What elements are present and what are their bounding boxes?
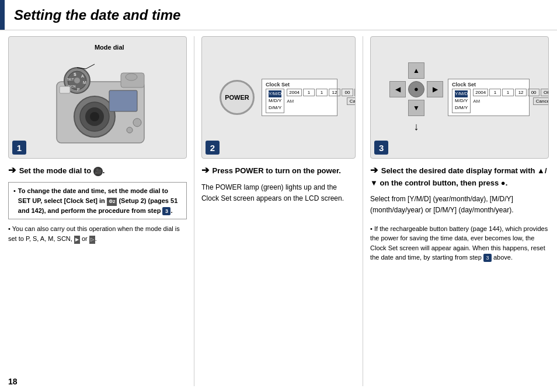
play-icon-small: ▷ [89,236,95,244]
clock-set-options-3: Y/M/D M/D/Y D/M/Y [452,89,471,113]
ok-btn-3[interactable]: OK [541,89,549,96]
camera-svg: S A M P SCN SET [45,47,150,149]
clock-set-options-2: Y/M/D M/D/Y D/M/Y [266,89,284,113]
step-1-sub-note: You can also carry out this operation wh… [8,224,187,244]
clock-set-ui-2: Clock Set Y/M/D M/D/Y D/M/Y 2004 1 [262,79,337,116]
mode-dial-label: Mode dial [95,44,124,51]
field-day-2: 1 [316,89,328,96]
camera-illustration: Mode dial S A M P SCN SET [9,37,186,158]
page-title: Setting the date and time [5,0,190,30]
step-2-image: POWER Clock Set Y/M/D M/D/Y D/M/Y [201,36,356,159]
clock-fields-row-2: 2004 1 1 12 00 OK [287,89,356,96]
clock-set-fields-3: 2004 1 1 12 00 OK AM Cancel [473,89,549,113]
field-day-3: 1 [502,89,514,96]
step-2-instruction: ➔ Press POWER to turn on the power. [201,163,356,177]
svg-point-10 [74,78,80,83]
svg-point-19 [127,127,133,133]
step-3-sub-note: • If the rechargeable button battery (pa… [370,224,549,262]
svg-text:A: A [81,74,84,78]
step-2-text: Press POWER to turn on the power. [213,166,341,175]
clock-set-title-2: Clock Set [266,82,333,88]
step-1-badge: 1 [12,141,26,155]
main-content: Mode dial S A M P SCN SET [0,30,557,392]
step3-ref-badge-2: 3 [483,254,492,262]
option-mdy-2: M/D/Y [269,97,281,104]
movie-icon-small: ▶ [74,236,80,244]
step-2-column: POWER Clock Set Y/M/D M/D/Y D/M/Y [201,36,356,386]
step3-content: ▲ ◀ ● ▶ ▼ ↓ Clock Set Y/M/D [371,37,548,158]
nav-right[interactable]: ▶ [427,81,443,97]
step2-content: POWER Clock Set Y/M/D M/D/Y D/M/Y [202,37,355,158]
step-1-text: Set the mode dial to 🎥. [19,166,105,175]
camera-mode-icon: 🎥 [93,167,103,176]
field-year-2: 2004 [287,89,302,96]
ok-btn-2[interactable]: OK [354,89,356,96]
step-1-instruction: ➔ Set the mode dial to 🎥. [8,163,187,177]
svg-text:S: S [74,72,76,76]
nav-center[interactable]: ● [408,81,424,97]
nav-pad-area: ▲ ◀ ● ▶ ▼ ↓ [389,62,443,133]
option-dmy-3: D/M/Y [455,104,468,111]
svg-point-18 [133,118,141,127]
power-label: POWER [225,94,249,101]
svg-text:P: P [77,88,80,92]
step-1-image: Mode dial S A M P SCN SET [8,36,187,159]
svg-point-14 [90,112,99,121]
cancel-btn-2[interactable]: Cancel [347,97,356,105]
nav-left[interactable]: ◀ [389,81,406,97]
clock-set-body-2: Y/M/D M/D/Y D/M/Y 2004 1 1 12 0 [266,89,333,113]
field-hour-2: 12 [329,89,340,96]
svg-line-20 [86,64,95,69]
am-label-2: AM [287,99,294,104]
option-dmy-2: D/M/Y [269,104,281,111]
option-ymd-3: Y/M/D [455,90,468,97]
arrow-icon-3: ➔ [370,163,378,177]
option-ymd-2: Y/M/D [269,90,281,97]
nav-middle-row: ◀ ● ▶ [389,81,443,97]
page-number: 18 [8,377,18,386]
option-mdy-3: M/D/Y [455,97,468,104]
svg-text:SET: SET [67,78,74,81]
field-month-2: 1 [303,89,315,96]
step-3-body1: Select from [Y/M/D] (year/month/day), [M… [370,194,549,216]
svg-rect-17 [109,90,137,111]
power-area: POWER Clock Set Y/M/D M/D/Y D/M/Y [220,79,337,116]
step-2-badge: 2 [206,141,220,155]
arrow-icon-1: ➔ [8,163,16,177]
setup2-icon: ⚙2 [107,198,117,206]
field-min-2: 00 [342,89,353,96]
step-3-column: ▲ ◀ ● ▶ ▼ ↓ Clock Set Y/M/D [370,36,549,386]
step-2-body: The POWER lamp (green) lights up and the… [201,182,356,204]
arrow-icon-2: ➔ [201,163,209,177]
divider-1-2 [194,36,194,386]
step-3-instruction: ➔ Select the desired date display format… [370,163,549,189]
am-label-3: AM [473,99,480,104]
field-hour-3: 12 [515,89,527,96]
power-button: POWER [220,80,255,115]
step-1-note-text: To change the date and time, set the mod… [13,186,182,215]
svg-rect-15 [60,86,70,93]
svg-text:M: M [83,80,86,85]
header-accent-bar [0,0,5,30]
down-arrow-indicator: ↓ [414,121,419,133]
nav-up[interactable]: ▲ [408,62,424,79]
field-month-3: 1 [489,89,501,96]
clock-set-fields-2: 2004 1 1 12 00 OK AM Cancel [287,89,356,113]
step-3-badge: 3 [374,141,388,155]
step-3-text: Select the desired date display format w… [370,166,546,187]
step-1-column: Mode dial S A M P SCN SET [8,36,187,386]
step-3-image: ▲ ◀ ● ▶ ▼ ↓ Clock Set Y/M/D [370,36,549,159]
field-min-3: 00 [528,89,539,96]
clock-fields-row-3: 2004 1 1 12 00 OK [473,89,549,96]
clock-set-body-3: Y/M/D M/D/Y D/M/Y 2004 1 1 12 00 OK [452,89,525,113]
nav-down[interactable]: ▼ [408,100,424,116]
step3-ref-badge: 3 [162,207,170,215]
divider-2-3 [363,36,363,386]
header: Setting the date and time [0,0,557,30]
step-1-note-box: To change the date and time, set the mod… [8,182,187,219]
clock-set-ui-3: Clock Set Y/M/D M/D/Y D/M/Y 2004 1 1 [448,79,530,116]
cancel-btn-3[interactable]: Cancel [533,97,549,105]
svg-point-16 [126,74,137,80]
field-year-3: 2004 [473,89,488,96]
clock-set-title-3: Clock Set [452,82,525,88]
